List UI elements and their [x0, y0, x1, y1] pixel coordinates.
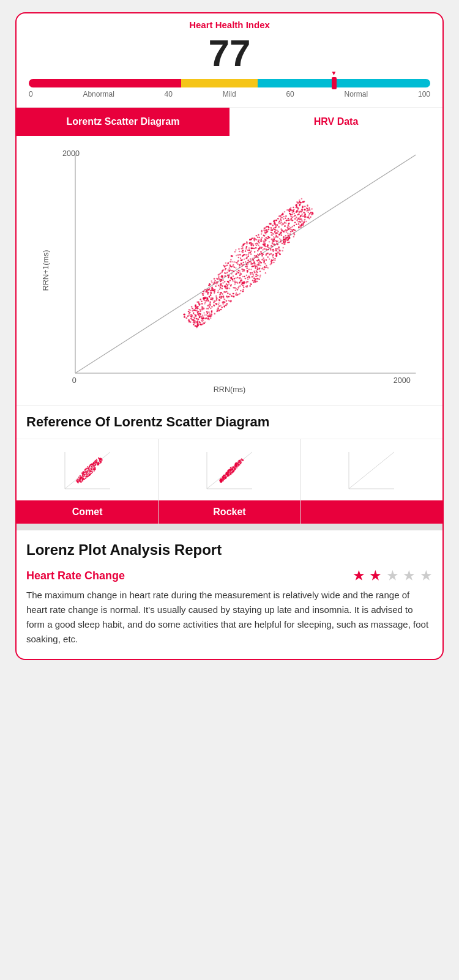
svg-point-1121 — [252, 263, 253, 265]
svg-point-741 — [192, 314, 193, 316]
svg-point-1191 — [237, 289, 239, 291]
svg-point-60 — [222, 282, 224, 284]
svg-point-610 — [229, 270, 231, 272]
svg-point-1320 — [98, 464, 99, 465]
svg-point-709 — [301, 213, 303, 215]
svg-point-841 — [236, 271, 238, 273]
svg-point-233 — [248, 256, 250, 258]
svg-point-1056 — [289, 236, 291, 237]
reference-item-rocket[interactable]: Rocket — [159, 439, 300, 524]
svg-point-12 — [237, 264, 239, 265]
svg-point-945 — [211, 312, 213, 314]
svg-point-349 — [218, 302, 220, 304]
svg-point-680 — [297, 202, 299, 204]
svg-point-307 — [283, 218, 285, 220]
svg-point-676 — [218, 310, 220, 312]
svg-point-1016 — [253, 248, 255, 250]
svg-point-457 — [249, 277, 251, 279]
svg-point-392 — [214, 280, 216, 282]
svg-point-782 — [245, 278, 247, 280]
reference-item-comet[interactable]: Comet — [17, 439, 159, 524]
svg-point-728 — [277, 236, 279, 238]
svg-point-784 — [215, 295, 217, 297]
svg-point-707 — [280, 218, 282, 220]
svg-point-997 — [214, 282, 215, 284]
svg-line-7 — [75, 155, 416, 373]
svg-point-640 — [230, 265, 231, 267]
svg-point-1186 — [220, 297, 222, 299]
svg-point-764 — [197, 319, 199, 321]
svg-point-355 — [210, 299, 212, 300]
svg-point-197 — [288, 220, 290, 221]
svg-text:RRN(ms): RRN(ms) — [214, 386, 245, 395]
svg-point-61 — [218, 276, 220, 278]
svg-point-787 — [239, 286, 241, 288]
svg-point-1607 — [229, 472, 230, 473]
svg-point-629 — [207, 300, 209, 302]
svg-point-1133 — [225, 286, 226, 288]
svg-point-1188 — [190, 321, 192, 323]
svg-point-877 — [304, 217, 306, 218]
svg-point-412 — [233, 280, 234, 282]
reference-item-third[interactable] — [301, 439, 442, 524]
svg-point-666 — [297, 209, 299, 211]
svg-point-1049 — [305, 221, 307, 223]
svg-point-969 — [201, 316, 203, 317]
svg-point-1061 — [301, 210, 303, 212]
svg-point-967 — [220, 309, 222, 311]
svg-point-766 — [263, 262, 265, 264]
svg-point-189 — [219, 289, 221, 291]
svg-point-1194 — [288, 210, 290, 212]
svg-point-799 — [269, 258, 271, 260]
svg-point-691 — [309, 209, 311, 211]
svg-point-857 — [270, 249, 272, 251]
svg-point-1139 — [307, 208, 308, 210]
svg-point-416 — [237, 260, 239, 262]
svg-point-672 — [286, 239, 288, 240]
svg-text:RRN+1(ms): RRN+1(ms) — [42, 250, 50, 291]
scatter-svg: RRN+1(ms) RRN(ms) 2000 0 2000 — [26, 142, 433, 399]
svg-point-537 — [293, 225, 295, 227]
svg-point-1183 — [248, 250, 250, 251]
svg-point-1190 — [288, 239, 289, 241]
svg-point-875 — [196, 318, 198, 320]
svg-point-310 — [208, 311, 210, 313]
tab-lorentz[interactable]: Lorentz Scatter Diagram — [17, 108, 230, 136]
svg-point-783 — [293, 232, 295, 234]
svg-point-47 — [252, 273, 254, 275]
svg-point-1071 — [220, 281, 222, 283]
svg-point-1124 — [231, 273, 233, 275]
svg-point-382 — [281, 217, 283, 219]
svg-point-1005 — [305, 209, 307, 211]
svg-point-637 — [225, 262, 227, 264]
svg-point-186 — [256, 281, 258, 283]
svg-point-800 — [207, 292, 209, 294]
svg-point-972 — [233, 287, 234, 289]
star-1: ★ — [353, 569, 365, 582]
svg-point-842 — [299, 204, 301, 206]
svg-point-869 — [237, 283, 239, 284]
svg-point-934 — [211, 306, 213, 308]
svg-point-1398 — [85, 467, 86, 469]
svg-point-1093 — [276, 254, 278, 256]
svg-point-187 — [276, 230, 278, 232]
svg-point-522 — [272, 225, 274, 226]
svg-point-1131 — [225, 268, 227, 270]
svg-point-167 — [217, 292, 219, 294]
svg-point-386 — [198, 302, 200, 303]
svg-point-413 — [219, 286, 221, 288]
label-normal: Normal — [345, 90, 368, 98]
svg-point-1076 — [253, 281, 255, 283]
tab-hrv[interactable]: HRV Data — [230, 108, 442, 136]
svg-point-705 — [255, 276, 257, 278]
svg-point-1087 — [300, 202, 302, 204]
svg-point-1697 — [221, 480, 222, 481]
scatter-chart: RRN+1(ms) RRN(ms) 2000 0 2000 — [26, 142, 433, 399]
svg-point-926 — [275, 237, 277, 239]
svg-point-847 — [270, 223, 272, 225]
svg-point-1132 — [239, 254, 241, 256]
svg-point-1104 — [239, 282, 241, 284]
svg-point-978 — [214, 289, 216, 291]
svg-point-956 — [247, 286, 248, 288]
scatter-section: RRN+1(ms) RRN(ms) 2000 0 2000 — [17, 136, 442, 406]
